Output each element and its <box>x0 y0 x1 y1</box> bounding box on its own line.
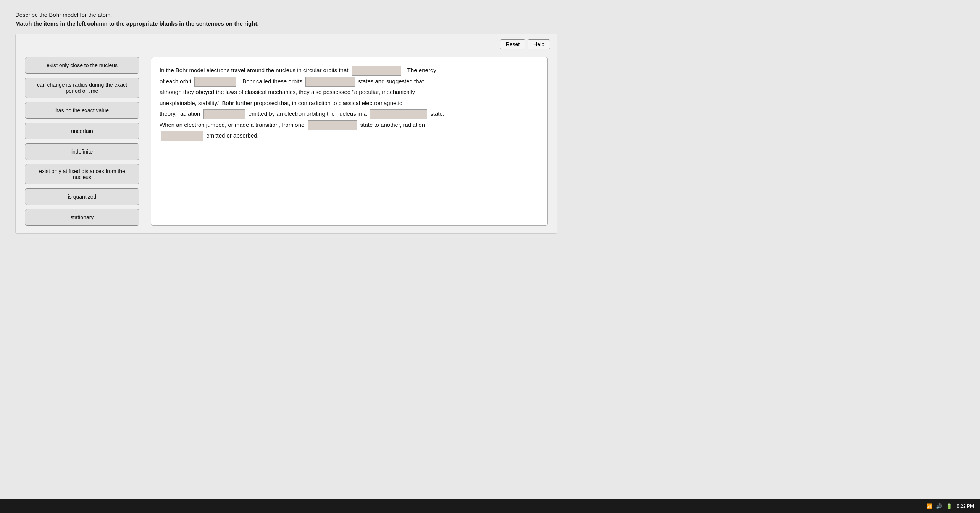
drag-item-3[interactable]: has no the exact value <box>25 102 139 119</box>
blank-7[interactable] <box>161 131 203 141</box>
left-column: exist only close to the nucleus can chan… <box>25 57 139 226</box>
help-button[interactable]: Help <box>528 39 550 49</box>
question-instruction: Match the items in the left column to th… <box>15 20 557 27</box>
sentence2-part2: . Bohr called these orbits <box>239 78 302 84</box>
taskbar-time: 8:22 PM <box>957 503 974 509</box>
sentence1-part2: . The energy <box>404 67 436 73</box>
blank-4[interactable] <box>203 109 245 119</box>
page-wrapper: Describe the Bohr model for the atom. Ma… <box>0 0 573 245</box>
wifi-icon: 📶 <box>926 503 932 509</box>
sentence2-part1: of each orbit <box>160 78 191 84</box>
drag-item-7[interactable]: is quantized <box>25 188 139 205</box>
sentence5-part1: theory, radiation <box>160 110 200 117</box>
blank-3[interactable] <box>305 77 355 87</box>
drag-item-8[interactable]: stationary <box>25 209 139 226</box>
battery-icon: 🔋 <box>946 503 952 509</box>
question-title: Describe the Bohr model for the atom. <box>15 11 557 18</box>
right-column: In the Bohr model electrons travel aroun… <box>151 57 548 226</box>
question-header: Describe the Bohr model for the atom. Ma… <box>15 11 557 27</box>
blank-5[interactable] <box>370 109 427 119</box>
taskbar: 📶 🔊 🔋 8:22 PM <box>0 499 980 513</box>
drag-item-2[interactable]: can change its radius during the exact p… <box>25 78 139 98</box>
main-panel: Reset Help exist only close to the nucle… <box>15 34 557 234</box>
top-buttons: Reset Help <box>500 39 550 49</box>
sentence1-part1: In the Bohr model electrons travel aroun… <box>160 67 348 73</box>
sentence7: emitted or absorbed. <box>206 132 259 139</box>
sentence6-part1: When an electron jumped, or made a trans… <box>160 121 304 128</box>
blank-6[interactable] <box>308 120 357 130</box>
sentence2-part3: states and suggested that, <box>358 78 425 84</box>
sentence6-part2: state to another, radiation <box>360 121 425 128</box>
sentence4: unexplainable, stability." Bohr further … <box>160 100 402 106</box>
blank-2[interactable] <box>194 77 236 87</box>
content-area: exist only close to the nucleus can chan… <box>25 57 548 226</box>
sentence5-part3: state. <box>430 110 444 117</box>
sentence3: although they obeyed the laws of classic… <box>160 89 415 95</box>
drag-item-6[interactable]: exist only at fixed distances from the n… <box>25 164 139 184</box>
drag-item-1[interactable]: exist only close to the nucleus <box>25 57 139 74</box>
reset-button[interactable]: Reset <box>500 39 526 49</box>
sentence-block-1: In the Bohr model electrons travel aroun… <box>160 65 539 141</box>
blank-1[interactable] <box>352 66 401 76</box>
taskbar-icons: 📶 🔊 🔋 <box>926 503 952 509</box>
drag-item-5[interactable]: indefinite <box>25 143 139 160</box>
drag-item-4[interactable]: uncertain <box>25 123 139 139</box>
volume-icon: 🔊 <box>936 503 942 509</box>
sentence5-part2: emitted by an electron orbiting the nucl… <box>249 110 367 117</box>
